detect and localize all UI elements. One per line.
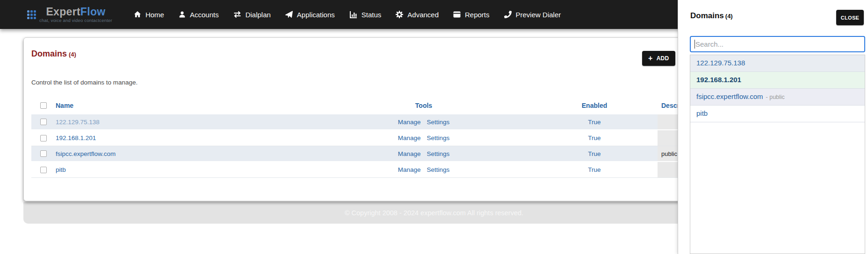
enabled-toggle-link[interactable]: True bbox=[588, 134, 600, 141]
domain-name-link[interactable]: 192.168.1.201 bbox=[56, 134, 96, 141]
settings-link[interactable]: Settings bbox=[427, 150, 450, 157]
nav-item-applications[interactable]: Applications bbox=[285, 11, 335, 19]
nav-item-accounts[interactable]: Accounts bbox=[179, 11, 219, 19]
copyright-text: © Copyright 2008 - 2024 expertflow.com A… bbox=[345, 209, 523, 217]
settings-link[interactable]: Settings bbox=[427, 166, 450, 173]
manage-link[interactable]: Manage bbox=[398, 134, 421, 141]
settings-link[interactable]: Settings bbox=[427, 134, 450, 141]
domain-name-link[interactable]: fsipcc.expertflow.com bbox=[56, 150, 116, 157]
list-item[interactable]: pitb bbox=[690, 106, 865, 122]
column-header-enabled: Enabled bbox=[531, 97, 658, 114]
plus-icon: + bbox=[648, 55, 653, 62]
domain-list: 122.129.75.138 192.168.1.201 fsipcc.expe… bbox=[690, 55, 865, 254]
column-header-name: Name bbox=[52, 97, 391, 114]
panel-title: Domains(4) bbox=[690, 11, 733, 21]
enabled-toggle-link[interactable]: True bbox=[588, 150, 600, 157]
enabled-toggle-link[interactable]: True bbox=[588, 119, 600, 126]
row-checkbox[interactable] bbox=[40, 119, 47, 125]
nav-item-status[interactable]: Status bbox=[349, 11, 382, 19]
swap-arrows-icon bbox=[233, 11, 241, 18]
list-item[interactable]: 122.129.75.138 bbox=[690, 55, 865, 72]
list-item[interactable]: fsipcc.expertflow.com - public bbox=[690, 89, 865, 106]
brand-tagline: chat, voice and video contactcenter bbox=[39, 18, 112, 23]
search-wrapper bbox=[690, 36, 865, 52]
gear-icon bbox=[396, 11, 403, 18]
domain-name-link[interactable]: pitb bbox=[56, 166, 66, 173]
page-title: Domains(4) bbox=[31, 49, 76, 59]
nav-menu: Home Accounts Dialplan Applications Stat… bbox=[134, 11, 561, 19]
row-checkbox[interactable] bbox=[40, 150, 47, 157]
brand-name: ExpertFlow bbox=[46, 6, 105, 17]
search-input[interactable] bbox=[690, 36, 865, 52]
paper-plane-icon bbox=[285, 11, 293, 18]
brand-logo[interactable]: ExpertFlow chat, voice and video contact… bbox=[27, 6, 112, 23]
home-icon bbox=[134, 11, 141, 18]
page-description: Control the list of domains to manage. bbox=[31, 79, 137, 86]
settings-link[interactable]: Settings bbox=[427, 119, 450, 126]
manage-link[interactable]: Manage bbox=[398, 150, 421, 157]
manage-link[interactable]: Manage bbox=[398, 119, 421, 126]
row-checkbox[interactable] bbox=[40, 167, 47, 173]
row-checkbox[interactable] bbox=[40, 135, 47, 141]
domains-side-panel: Domains(4) CLOSE 122.129.75.138 192.168.… bbox=[678, 0, 868, 254]
dots-grid-icon bbox=[27, 10, 36, 19]
phone-icon bbox=[504, 11, 512, 18]
nav-item-dialplan[interactable]: Dialplan bbox=[233, 11, 271, 19]
close-button[interactable]: CLOSE bbox=[836, 10, 864, 25]
window-icon bbox=[453, 11, 461, 18]
list-item-selected[interactable]: 192.168.1.201 bbox=[690, 72, 865, 89]
select-all-checkbox[interactable] bbox=[40, 102, 47, 109]
manage-link[interactable]: Manage bbox=[398, 166, 421, 173]
column-header-tools: Tools bbox=[391, 97, 456, 114]
nav-item-advanced[interactable]: Advanced bbox=[396, 11, 439, 19]
user-icon bbox=[179, 11, 186, 18]
domain-name-link[interactable]: 122.129.75.138 bbox=[56, 119, 100, 126]
nav-item-home[interactable]: Home bbox=[134, 11, 164, 19]
add-button[interactable]: + ADD bbox=[642, 51, 675, 66]
text-caret bbox=[694, 40, 695, 49]
nav-item-reports[interactable]: Reports bbox=[453, 11, 490, 19]
nav-item-preview-dialer[interactable]: Preview Dialer bbox=[504, 11, 561, 19]
bar-chart-icon bbox=[349, 11, 357, 18]
enabled-toggle-link[interactable]: True bbox=[588, 166, 600, 173]
